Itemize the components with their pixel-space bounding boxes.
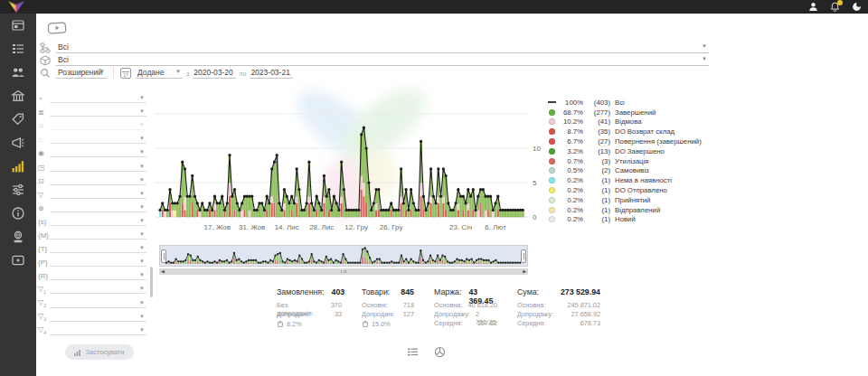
search-mode-dropdown[interactable]: Розширений ▼ [56,66,107,79]
legend-item[interactable]: 0.2%(1)Нема в наявності [548,175,720,185]
stat-value: 403 [332,287,345,296]
filter-icon: ▽1 [38,285,50,295]
filter-dropdown[interactable]: ▼ [50,106,146,117]
svg-text:31. Жов: 31. Жов [239,223,265,231]
filter-dropdown[interactable]: ▼ [50,188,146,199]
legend-percent: 3.2% [560,147,583,155]
legend-item[interactable]: 0.2%(1)DO Отправлено [548,185,720,195]
notifications-bell-icon[interactable] [829,1,841,13]
chevron-down-icon: ▼ [139,164,145,169]
filter-dropdown[interactable]: ▼ [50,161,146,172]
filter-dropdown[interactable]: ▼ [50,229,146,240]
legend-label: DO Отправлено [615,186,667,194]
stat-value: 845 [401,287,414,296]
brush-handle-left[interactable] [161,249,166,263]
sidebar-item-tags[interactable] [0,108,36,131]
filter-dropdown[interactable]: ▼ [50,133,146,144]
legend-count: (1) [587,206,610,214]
filter-dropdown[interactable]: ▼ [50,119,146,130]
user-icon[interactable] [807,1,819,13]
theme-toggle-icon[interactable] [851,1,863,13]
stat-sub-value: 27 658.92 [571,310,600,319]
filter-icon: ⊕ [38,204,50,212]
date-from-input[interactable]: 2020-03-20 [193,68,235,79]
legend-item[interactable]: 0.7%(3)Утилізація [548,156,720,166]
svg-text:12. Гру: 12. Гру [344,223,368,231]
scroll-left-icon[interactable]: ◀ [159,268,166,275]
header-filters: Всі ▼ Всі ▼ Розширений ▼ 17 Додане ▼ з [36,14,714,86]
brand-logo[interactable] [6,0,26,14]
filter-panel: Застосувати ◔▼≣▼⊘▼◌▼◉▼◳▼⊡▼▽▼⊕▼{s}▼{M}▼{T… [36,86,154,376]
legend-percent: 0.2% [560,186,583,194]
legend-percent: 0.2% [560,215,583,223]
filter-dropdown[interactable]: ▼ [50,215,146,226]
legend-dot-swatch [549,167,555,174]
pie-view-icon[interactable] [434,346,446,358]
legend-item[interactable]: 0.2%(1)Відправлений [548,205,720,215]
date-to-input[interactable]: 2023-03-21 [250,68,292,79]
filter-dropdown[interactable]: ▼ [50,269,146,280]
legend-item[interactable]: 0.5%(2)Самовивіз [548,166,720,176]
filter-dropdown[interactable]: ▼ [50,174,146,185]
video-help-icon[interactable] [47,21,67,35]
legend-label: DO Возврат склад [615,127,675,136]
chart-legend: 100%(403)Всі68.7%(277)Завершений10.2%(41… [548,98,720,224]
legend-item[interactable]: 6.7%(27)Повернення (завершений) [548,136,720,146]
legend-item[interactable]: 0.2%(1)Новий [548,215,720,225]
filter-dropdown[interactable]: ▼ [50,202,146,212]
sidebar-item-orders-list[interactable] [0,37,36,61]
scrollbar-grip[interactable] [341,270,346,273]
app-screen: Всі ▼ Всі ▼ Розширений ▼ 17 Додане ▼ з [0,0,868,376]
scroll-right-icon[interactable]: ▶ [521,268,528,275]
legend-item[interactable]: 100%(403)Всі [548,98,720,108]
filter-dropdown[interactable]: ▼ [50,256,146,267]
filter-dropdown[interactable]: ▼ [50,311,146,322]
stat-sub-value: 678.73 [580,319,600,328]
table-view-icon[interactable] [407,346,419,358]
sidebar-item-integrations[interactable] [0,225,36,249]
filter-dropdown[interactable]: ▼ [50,92,146,103]
panel-scrollbar[interactable] [150,267,153,297]
sidebar-item-settings-sliders[interactable] [0,178,36,202]
legend-item[interactable]: 0.2%(1)Прийнятий [548,195,720,205]
sidebar-item-marketing[interactable] [0,131,36,155]
upsell-bag-icon [362,320,369,327]
sidebar-item-customers[interactable] [0,61,36,84]
chevron-down-icon: ▼ [139,286,145,291]
stats-column: Сума:273 529.94Основна:245 871.02Допрода… [517,287,600,328]
filter-dropdown[interactable]: ▼ [50,146,146,157]
legend-dot-swatch [549,128,555,135]
filter-icon: ≣ [38,108,50,117]
legend-item[interactable]: 10.2%(41)Відмова [548,118,720,127]
filter-dropdown[interactable]: ▼ [50,242,146,253]
status-filter-dropdown[interactable]: Всі ▼ [56,41,709,53]
filter-dropdown[interactable]: ▼ [50,324,146,335]
product-filter-dropdown[interactable]: Всі ▼ [56,53,709,66]
sidebar-item-video-tutorials[interactable] [0,249,36,272]
sidebar-item-analytics[interactable] [0,155,36,178]
chevron-down-icon: ▼ [139,122,145,127]
sidebar-item-dashboard[interactable] [0,14,36,37]
sidebar [0,14,36,376]
search-icon [40,68,51,79]
svg-text:17. Жов: 17. Жов [204,223,231,231]
chevron-down-icon: ▼ [175,69,181,74]
sidebar-item-info[interactable] [0,202,36,225]
date-field-dropdown[interactable]: Додане ▼ [136,66,183,79]
timeline-brush[interactable] [159,245,528,267]
sidebar-item-store[interactable] [0,84,36,108]
panel-filter-row: ⊕▼ [38,200,146,212]
panel-filter-row: {s}▼ [38,213,146,226]
apply-button[interactable]: Застосувати [65,344,134,360]
brush-handle-right[interactable] [521,249,526,263]
legend-item[interactable]: 68.7%(277)Завершений [548,108,720,118]
orders-chart[interactable]: 051017. Жов31. Жов14. Лис28. Лис12. Гру2… [156,87,546,240]
legend-count: (1) [587,176,610,184]
filter-dropdown[interactable]: ▼ [50,283,146,294]
legend-item[interactable]: 3.2%(13)DO Завершено [548,146,720,156]
horizontal-scrollbar[interactable]: ◀ ▶ [159,268,528,275]
legend-label: Утилізація [615,157,649,165]
legend-item[interactable]: 8.7%(35)DO Возврат склад [548,127,720,136]
filter-dropdown[interactable]: ▼ [50,297,146,308]
svg-text:6. Лют: 6. Лют [485,223,506,231]
